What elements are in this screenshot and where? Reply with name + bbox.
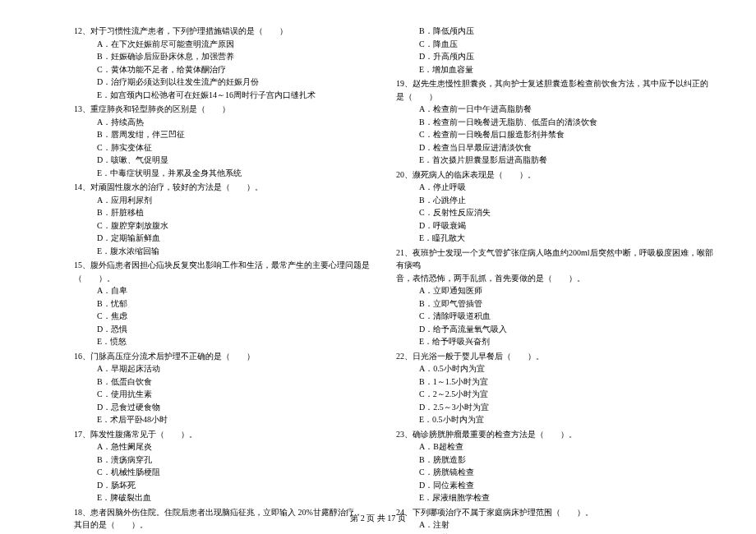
page-footer: 第 2 页 共 17 页: [0, 513, 756, 524]
q21-stem-2: 音，表情恐怖，两手乱抓，首先要做的是（ ）。: [396, 272, 715, 285]
q16-opt-d: D．忌食过硬食物: [74, 401, 370, 414]
q12-opt-e: E．如宫颈内口松弛者可在妊娠14～16周时行子宫内口缝扎术: [74, 89, 370, 102]
q19-opt-a: A．检查前一日中午进高脂肪餐: [419, 103, 715, 116]
q23-stem: 23、确诊膀胱肿瘤最重要的检查方法是（ ）。: [396, 428, 715, 441]
q22-opt-b: B．1～1.5小时为宜: [419, 375, 715, 389]
q15-opt-d: D．恐惧: [74, 323, 370, 336]
q19-opt-c: C．检查前一日晚餐后口服造影剂并禁食: [419, 128, 715, 141]
q21-stem-1: 21、夜班护士发现一个支气管扩张症病人咯血约200ml后突然中断，呼吸极度困难，…: [396, 246, 715, 272]
q16-opt-b: B．低蛋白饮食: [74, 375, 370, 389]
q22-opt-c: C．2～2.5小时为宜: [419, 388, 715, 401]
q19-stem: 19、赵先生患慢性胆囊炎，其向护士复述胆囊造影检查前饮食方法，其中应予以纠正的是…: [396, 77, 715, 103]
q14-stem: 14、对顽固性腹水的治疗，较好的方法是（ ）。: [74, 181, 370, 194]
q15-opt-e: E．愤怒: [74, 335, 370, 348]
q20-opt-e: E．瞳孔散大: [419, 232, 715, 245]
q18-opt-e: E．增加血容量: [419, 63, 715, 76]
q18-opt-b: B．降低颅内压: [419, 25, 715, 38]
q23-opt-a: A．B超检查: [419, 440, 715, 453]
q17-opt-d: D．肠坏死: [74, 479, 370, 492]
q16-opt-e: E．术后平卧48小时: [74, 413, 370, 426]
q14-opt-c: C．腹腔穿刺放腹水: [74, 219, 370, 232]
q21-opt-b: B．立即气管插管: [419, 297, 715, 311]
q21-opt-e: E．给予呼吸兴奋剂: [419, 335, 715, 348]
q13-opt-b: B．唇周发绀，伴三凹征: [74, 128, 370, 141]
right-column: B．降低颅内压 C．降血压 D．升高颅内压 E．增加血容量 19、赵先生患慢性胆…: [419, 25, 715, 534]
q24-opt-b: B．换药: [419, 532, 715, 535]
q14-opt-a: A．应用利尿剂: [74, 194, 370, 207]
exam-page: 12、对于习惯性流产患者，下列护理措施错误的是（ ） A．在下次妊娠前尽可能查明…: [0, 0, 756, 534]
q23-opt-d: D．同位素检查: [419, 479, 715, 492]
q20-opt-d: D．呼吸衰竭: [419, 219, 715, 232]
q15-opt-c: C．焦虑: [74, 310, 370, 323]
q22-opt-d: D．2.5～3小时为宜: [419, 401, 715, 414]
q21-opt-c: C．清除呼吸道积血: [419, 310, 715, 323]
q17-opt-e: E．脾破裂出血: [74, 491, 370, 504]
q19-opt-b: B．检查前一日晚餐进无脂肪、低蛋白的清淡饮食: [419, 116, 715, 129]
q12-opt-d: D．治疗期必须达到以往发生流产的妊娠月份: [74, 76, 370, 89]
q13-opt-a: A．持续高热: [74, 116, 370, 129]
q12-opt-a: A．在下次妊娠前尽可能查明流产原因: [74, 38, 370, 51]
q12-stem: 12、对于习惯性流产患者，下列护理措施错误的是（ ）: [74, 25, 370, 38]
q12-opt-c: C．黄体功能不足者，给黄体酮治疗: [74, 63, 370, 76]
q20-stem: 20、濒死病人的临床表现是（ ）。: [396, 168, 715, 182]
q22-opt-a: A．0.5小时内为宜: [419, 362, 715, 375]
q15-stem: 15、腹外疝患者因担心疝块反复突出影响工作和生活，最常产生的主要心理问题是（ ）…: [74, 259, 370, 284]
q23-opt-b: B．膀胱造影: [419, 453, 715, 467]
q13-opt-c: C．肺实变体征: [74, 141, 370, 154]
q22-opt-e: E．0.5小时内为宜: [419, 413, 715, 426]
q21-opt-a: A．立即通知医师: [419, 284, 715, 297]
q20-opt-b: B．心跳停止: [419, 194, 715, 207]
q19-opt-d: D．检查当日早最应进清淡饮食: [419, 141, 715, 154]
q15-opt-b: B．忧郁: [74, 297, 370, 311]
q18-opt-a: A．降低血压: [74, 532, 370, 535]
q17-stem: 17、阵发性腹痛常见于（ ）。: [74, 428, 370, 441]
q22-stem: 22、日光浴一般于婴儿早餐后（ ）。: [396, 350, 715, 363]
left-column: 12、对于习惯性流产患者，下列护理措施错误的是（ ） A．在下次妊娠前尽可能查明…: [74, 25, 370, 534]
q15-opt-a: A．自卑: [74, 284, 370, 297]
q16-opt-a: A．早期起床活动: [74, 362, 370, 375]
q13-opt-d: D．咳嗽、气促明显: [74, 154, 370, 167]
q13-opt-e: E．中毒症状明显，并累及全身其他系统: [74, 167, 370, 180]
q12-opt-b: B．妊娠确诊后应卧床休息，加强营养: [74, 50, 370, 63]
q20-opt-a: A．停止呼吸: [419, 181, 715, 194]
q17-opt-a: A．急性阑尾炎: [74, 440, 370, 453]
q17-opt-b: B．溃疡病穿孔: [74, 453, 370, 467]
q23-opt-c: C．膀胱镜检查: [419, 466, 715, 479]
q16-opt-c: C．使用抗生素: [74, 388, 370, 401]
q14-opt-d: D．定期输新鲜血: [74, 232, 370, 245]
q16-stem: 16、门脉高压症分流术后护理不正确的是（ ）: [74, 350, 370, 363]
q14-opt-b: B．肝脏移植: [74, 206, 370, 219]
q21-opt-d: D．给予高流量氧气吸入: [419, 323, 715, 336]
q19-opt-e: E．首次摄片胆囊显影后进高脂肪餐: [419, 154, 715, 167]
q13-stem: 13、重症肺炎和轻型肺炎的区别是（ ）: [74, 103, 370, 116]
q18-opt-d: D．升高颅内压: [419, 50, 715, 63]
q14-opt-e: E．腹水浓缩回输: [74, 245, 370, 258]
q17-opt-c: C．机械性肠梗阻: [74, 466, 370, 479]
q20-opt-c: C．反射性反应消失: [419, 206, 715, 219]
q23-opt-e: E．尿液细胞学检查: [419, 491, 715, 504]
q18-opt-c: C．降血压: [419, 38, 715, 51]
